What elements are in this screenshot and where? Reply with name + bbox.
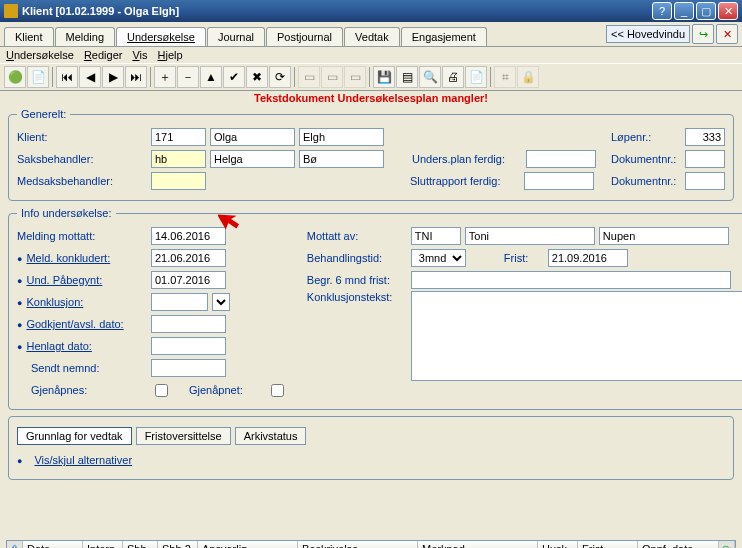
henlagt-label[interactable]: Henlagt dato: <box>17 340 147 352</box>
remove-icon[interactable]: － <box>177 66 199 88</box>
grid-nav-icon[interactable]: ⇧ <box>7 541 23 548</box>
col-frist[interactable]: Frist <box>578 541 638 548</box>
lowtab-grunnlag[interactable]: Grunnlag for vedtak <box>17 427 132 445</box>
dokumentnr1-field[interactable] <box>685 150 725 168</box>
gjenapnet-label: Gjenåpnet: <box>189 384 243 396</box>
col-ansvarlig[interactable]: Ansvarlig <box>198 541 298 548</box>
begr-field[interactable] <box>411 271 731 289</box>
col-intern[interactable]: Intern <box>83 541 123 548</box>
gjenapnes-checkbox[interactable] <box>155 384 168 397</box>
maximize-button[interactable]: ▢ <box>696 2 716 20</box>
godkjent-field[interactable] <box>151 315 226 333</box>
menu-rediger[interactable]: Rediger <box>84 49 123 61</box>
col-sbh[interactable]: Sbh. <box>123 541 158 548</box>
tab-engasjement[interactable]: Engasjement <box>401 27 487 46</box>
klient-label: Klient: <box>17 131 147 143</box>
tab-postjournal[interactable]: Postjournal <box>266 27 343 46</box>
konklusjon-field[interactable] <box>151 293 208 311</box>
tab-vedtak[interactable]: Vedtak <box>344 27 400 46</box>
vis-skjul-link[interactable]: Vis/skjul alternativer <box>30 454 132 466</box>
first-icon[interactable]: ⏮ <box>56 66 78 88</box>
tab-melding[interactable]: Melding <box>55 27 116 46</box>
card-red-icon: ▭ <box>321 66 343 88</box>
henlagt-field[interactable] <box>151 337 226 355</box>
mottattav-code-field[interactable] <box>411 227 461 245</box>
klient-fornavn-field[interactable] <box>210 128 295 146</box>
col-oppfdato[interactable]: Oppf. dato <box>638 541 719 548</box>
klient-etternavn-field[interactable] <box>299 128 384 146</box>
lowtab-fristoversittelse[interactable]: Fristoversittelse <box>136 427 231 445</box>
edit-icon[interactable]: ▲ <box>200 66 222 88</box>
konklusjonstekst-field[interactable] <box>411 291 742 381</box>
close-button[interactable]: ✕ <box>718 2 738 20</box>
pabegynt-label[interactable]: Und. Påbegynt: <box>17 274 147 286</box>
col-merknad[interactable]: Merknad <box>418 541 538 548</box>
doc-icon[interactable]: 📄 <box>465 66 487 88</box>
tab-journal[interactable]: Journal <box>207 27 265 46</box>
warning-text: Tekstdokument Undersøkelsesplan mangler! <box>0 91 742 104</box>
tab-klient[interactable]: Klient <box>4 27 54 46</box>
menu-vis[interactable]: Vis <box>132 49 147 61</box>
binoculars-icon[interactable]: 🔍 <box>419 66 441 88</box>
menu-bar: Undersøkelse Rediger Vis Hjelp <box>0 47 742 63</box>
close-tab-icon[interactable]: ✕ <box>716 24 738 44</box>
medsaks-field[interactable] <box>151 172 206 190</box>
dash-icon: ▭ <box>344 66 366 88</box>
saks-etternavn-field[interactable] <box>299 150 384 168</box>
konkludert-field[interactable] <box>151 249 226 267</box>
form-icon[interactable]: ▤ <box>396 66 418 88</box>
menu-undersokelse[interactable]: Undersøkelse <box>6 49 74 61</box>
konklusjon-label[interactable]: Konklusjon: <box>17 296 147 308</box>
cancel-icon[interactable]: ✖ <box>246 66 268 88</box>
dokumentnr2-field[interactable] <box>685 172 725 190</box>
sluttrapport-field[interactable] <box>524 172 594 190</box>
green-light-icon[interactable]: 🟢 <box>4 66 26 88</box>
new-icon[interactable]: 📄 <box>27 66 49 88</box>
godkjent-label[interactable]: Godkjent/avsl. dato: <box>17 318 147 330</box>
dokumentnr2-label: Dokumentnr.: <box>611 175 681 187</box>
col-husk[interactable]: Husk. <box>538 541 578 548</box>
saks-code-field[interactable] <box>151 150 206 168</box>
arrow-right-icon[interactable]: ↪ <box>692 24 714 44</box>
konklusjonstekst-label: Konklusjonstekst: <box>307 291 407 303</box>
pabegynt-field[interactable] <box>151 271 226 289</box>
gjenapnes-label: Gjenåpnes: <box>17 384 147 396</box>
prev-icon[interactable]: ◀ <box>79 66 101 88</box>
accept-icon[interactable]: ✔ <box>223 66 245 88</box>
mottatt-field[interactable] <box>151 227 226 245</box>
konkludert-label[interactable]: Meld. konkludert: <box>17 252 147 264</box>
grid-header: ⇧ Dato Intern Sbh. Sbh.2 Ansvarlig Beskr… <box>7 541 735 548</box>
save-icon[interactable]: 💾 <box>373 66 395 88</box>
frist-label: Frist: <box>504 252 544 264</box>
sendt-label: Sendt nemnd: <box>17 362 147 374</box>
tab-undersokelse[interactable]: Undersøkelse <box>116 27 206 46</box>
mottattav-fornavn-field[interactable] <box>465 227 595 245</box>
frist-field[interactable] <box>548 249 628 267</box>
minimize-button[interactable]: _ <box>674 2 694 20</box>
gjenapnet-checkbox[interactable] <box>271 384 284 397</box>
stamp-icon: ⌗ <box>494 66 516 88</box>
menu-hjelp[interactable]: Hjelp <box>158 49 183 61</box>
begr-label: Begr. 6 mnd frist: <box>307 274 407 286</box>
klient-id-field[interactable] <box>151 128 206 146</box>
konklusjon-dropdown[interactable] <box>212 293 230 311</box>
next-icon[interactable]: ▶ <box>102 66 124 88</box>
last-icon[interactable]: ⏭ <box>125 66 147 88</box>
col-dato[interactable]: Dato <box>23 541 83 548</box>
sendt-field[interactable] <box>151 359 226 377</box>
add-icon[interactable]: ＋ <box>154 66 176 88</box>
undersplan-field[interactable] <box>526 150 596 168</box>
saks-fornavn-field[interactable] <box>210 150 295 168</box>
lopenr-field[interactable] <box>685 128 725 146</box>
hovedvindu-button[interactable]: << Hovedvindu <box>606 25 690 43</box>
col-sbh2[interactable]: Sbh.2 <box>158 541 198 548</box>
print-icon[interactable]: 🖨 <box>442 66 464 88</box>
col-beskrivelse[interactable]: Beskrivelse <box>298 541 418 548</box>
grid-refresh-icon[interactable]: ⟳ <box>719 541 735 548</box>
help-button[interactable]: ? <box>652 2 672 20</box>
mottattav-etternavn-field[interactable] <box>599 227 729 245</box>
refresh-icon[interactable]: ⟳ <box>269 66 291 88</box>
window-title: Klient [01.02.1999 - Olga Elgh] <box>22 5 650 17</box>
behandlingstid-select[interactable]: 3mnd <box>411 249 466 267</box>
lowtab-arkivstatus[interactable]: Arkivstatus <box>235 427 307 445</box>
